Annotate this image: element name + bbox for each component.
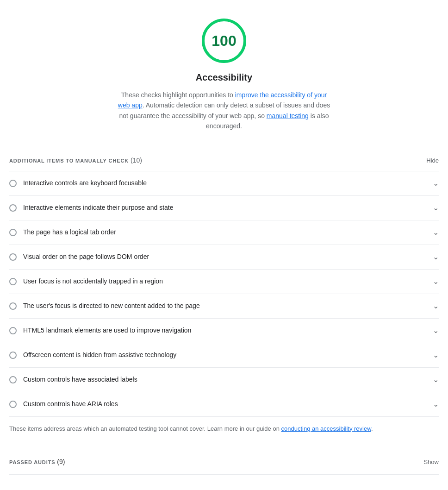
audit-label: The page has a logical tab order — [23, 227, 116, 237]
chevron-down-icon: ⌄ — [433, 178, 439, 189]
audit-item[interactable]: Interactive elements indicate their purp… — [9, 196, 439, 220]
audit-item[interactable]: Custom controls have ARIA roles ⌄ — [9, 392, 439, 416]
chevron-down-icon: ⌄ — [433, 227, 439, 238]
footer-prefix: These items address areas which an autom… — [9, 425, 281, 432]
audit-item[interactable]: Custom controls have associated labels ⌄ — [9, 368, 439, 392]
accessibility-review-link[interactable]: conducting an accessibility review — [281, 425, 371, 432]
passed-audits-title-group: PASSED AUDITS (9) — [9, 457, 65, 467]
score-circle: 100 — [202, 19, 246, 63]
passed-audits-title: PASSED AUDITS — [9, 459, 55, 465]
audit-status-icon — [9, 401, 17, 408]
audit-label: Offscreen content is hidden from assisti… — [23, 350, 176, 360]
audit-status-icon — [9, 180, 17, 187]
audit-status-icon — [9, 278, 17, 285]
score-value: 100 — [212, 30, 236, 52]
audit-label: Custom controls have associated labels — [23, 375, 137, 384]
audit-item[interactable]: The user's focus is directed to new cont… — [9, 294, 439, 319]
manual-check-title: ADDITIONAL ITEMS TO MANUALLY CHECK (10) — [9, 156, 142, 165]
audit-item[interactable]: Visual order on the page follows DOM ord… — [9, 245, 439, 270]
audit-status-icon — [9, 376, 17, 383]
chevron-down-icon: ⌄ — [433, 251, 439, 263]
audit-item[interactable]: HTML5 landmark elements are used to impr… — [9, 319, 439, 343]
audit-label: Interactive elements indicate their purp… — [23, 203, 174, 213]
audit-label: The user's focus is directed to new cont… — [23, 301, 200, 311]
chevron-down-icon: ⌄ — [433, 276, 439, 287]
passed-audits-section: PASSED AUDITS (9) Show — [9, 457, 439, 475]
page-title: Accessibility — [9, 70, 439, 84]
audit-list: Interactive controls are keyboard focusa… — [9, 171, 439, 417]
chevron-down-icon: ⌄ — [433, 301, 439, 312]
chevron-down-icon: ⌄ — [433, 325, 439, 336]
audit-status-icon — [9, 253, 17, 261]
audit-label: User focus is not accidentally trapped i… — [23, 276, 163, 286]
audit-item[interactable]: Interactive controls are keyboard focusa… — [9, 171, 439, 196]
passed-audits-count: (9) — [57, 458, 65, 465]
manual-testing-link[interactable]: manual testing — [267, 112, 309, 119]
audit-status-icon — [9, 352, 17, 359]
audit-label: HTML5 landmark elements are used to impr… — [23, 326, 191, 335]
audit-item[interactable]: Offscreen content is hidden from assisti… — [9, 343, 439, 368]
audit-status-icon — [9, 327, 17, 334]
audit-status-icon — [9, 204, 17, 212]
audit-label: Visual order on the page follows DOM ord… — [23, 252, 149, 262]
chevron-down-icon: ⌄ — [433, 374, 439, 385]
audit-label: Interactive controls are keyboard focusa… — [23, 178, 147, 188]
manual-check-title-text: ADDITIONAL ITEMS TO MANUALLY CHECK — [9, 158, 129, 163]
audit-item[interactable]: User focus is not accidentally trapped i… — [9, 270, 439, 294]
manual-check-section-header: ADDITIONAL ITEMS TO MANUALLY CHECK (10) … — [9, 143, 439, 171]
passed-audits-header: PASSED AUDITS (9) Show — [9, 457, 439, 475]
audit-label: Custom controls have ARIA roles — [23, 399, 118, 409]
chevron-down-icon: ⌄ — [433, 350, 439, 361]
description-prefix: These checks highlight opportunities to — [121, 91, 235, 99]
audit-item[interactable]: The page has a logical tab order ⌄ — [9, 220, 439, 245]
manual-check-footer-note: These items address areas which an autom… — [9, 417, 439, 441]
chevron-down-icon: ⌄ — [433, 399, 439, 410]
manual-check-count: (10) — [131, 157, 142, 164]
audit-status-icon — [9, 229, 17, 236]
passed-audits-toggle[interactable]: Show — [423, 459, 439, 465]
score-section: 100 Accessibility These checks highlight… — [9, 19, 439, 132]
footer-suffix: . — [371, 425, 373, 432]
score-description: These checks highlight opportunities to … — [118, 90, 330, 132]
audit-status-icon — [9, 302, 17, 310]
chevron-down-icon: ⌄ — [433, 202, 439, 214]
manual-check-toggle[interactable]: Hide — [426, 157, 439, 164]
